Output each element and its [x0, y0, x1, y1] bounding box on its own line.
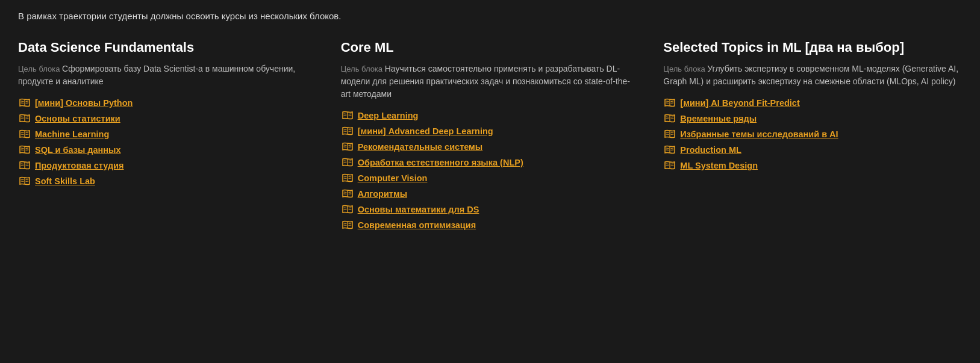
list-item: Deep Learning: [341, 110, 640, 121]
book-icon: [341, 204, 354, 215]
course-link-ml-system-design[interactable]: ML System Design: [680, 161, 758, 170]
course-link-modern-opt[interactable]: Современная оптимизация: [358, 220, 476, 230]
book-icon: [341, 188, 354, 199]
book-icon: [341, 126, 354, 137]
list-item: Computer Vision: [341, 173, 640, 184]
block-goal-core-ml: Цель блока Научиться самостоятельно прим…: [341, 63, 640, 101]
book-icon: [663, 160, 676, 171]
list-item: Алгоритмы: [341, 188, 640, 199]
book-icon: [341, 157, 354, 168]
list-item: Основы математики для DS: [341, 204, 640, 215]
goal-text-selected-topics: Углубить экспертизу в современном ML-мод…: [663, 64, 958, 86]
block-goal-selected-topics: Цель блока Углубить экспертизу в совреме…: [663, 63, 962, 88]
book-icon: [18, 113, 31, 124]
course-list-selected-topics: [мини] AI Beyond Fit-Predict Временные р…: [663, 98, 962, 171]
goal-text-core-ml: Научиться самостоятельно применять и раз…: [341, 64, 630, 99]
block-column-core-ml: Core MLЦель блока Научиться самостоятель…: [341, 39, 640, 231]
list-item: [мини] AI Beyond Fit-Predict: [663, 98, 962, 108]
book-icon: [663, 113, 676, 124]
list-item: Современная оптимизация: [341, 220, 640, 231]
course-link-production-ml[interactable]: Production ML: [680, 145, 741, 155]
book-icon: [663, 98, 676, 108]
book-icon: [341, 110, 354, 121]
course-link-mini-adl[interactable]: [мини] Advanced Deep Learning: [358, 126, 493, 136]
course-link-deep-learning[interactable]: Deep Learning: [358, 111, 419, 120]
book-icon: [18, 98, 31, 108]
book-icon: [18, 144, 31, 155]
list-item: Рекомендательные системы: [341, 141, 640, 152]
block-goal-data-science-fundamentals: Цель блока Сформировать базу Data Scient…: [18, 63, 317, 88]
course-link-sql[interactable]: SQL и базы данных: [35, 145, 121, 155]
block-column-data-science-fundamentals: Data Science FundamentalsЦель блока Сфор…: [18, 39, 317, 187]
list-item: Production ML: [663, 144, 962, 155]
list-item: [мини] Основы Python: [18, 98, 317, 108]
block-title-data-science-fundamentals: Data Science Fundamentals: [18, 39, 317, 57]
course-link-soft-skills[interactable]: Soft Skills Lab: [35, 176, 95, 186]
main-columns: Data Science FundamentalsЦель блока Сфор…: [18, 39, 962, 231]
book-icon: [341, 141, 354, 152]
book-icon: [18, 176, 31, 187]
list-item: Основы статистики: [18, 113, 317, 124]
list-item: SQL и базы данных: [18, 144, 317, 155]
list-item: Обработка естественного языка (NLP): [341, 157, 640, 168]
list-item: [мини] Advanced Deep Learning: [341, 126, 640, 137]
course-link-nlp[interactable]: Обработка естественного языка (NLP): [358, 158, 523, 167]
course-link-cv[interactable]: Computer Vision: [358, 173, 428, 183]
page-description: В рамках траектории студенты должны осво…: [18, 11, 962, 21]
course-link-mini-python[interactable]: [мини] Основы Python: [35, 98, 133, 108]
course-list-data-science-fundamentals: [мини] Основы Python Основы статистики M…: [18, 98, 317, 187]
course-link-recsys[interactable]: Рекомендательные системы: [358, 142, 483, 152]
course-link-mini-ai-beyond[interactable]: [мини] AI Beyond Fit-Predict: [680, 98, 799, 108]
list-item: Soft Skills Lab: [18, 176, 317, 187]
goal-label-data-science-fundamentals: Цель блока: [18, 64, 62, 73]
course-link-research-topics[interactable]: Избранные темы исследований в AI: [680, 129, 838, 139]
goal-label-core-ml: Цель блока: [341, 64, 385, 73]
goal-label-selected-topics: Цель блока: [663, 64, 707, 73]
book-icon: [663, 129, 676, 140]
course-list-core-ml: Deep Learning [мини] Advanced Deep Learn…: [341, 110, 640, 231]
block-title-selected-topics: Selected Topics in ML [два на выбор]: [663, 39, 962, 57]
course-link-algorithms[interactable]: Алгоритмы: [358, 189, 407, 199]
block-column-selected-topics: Selected Topics in ML [два на выбор]Цель…: [663, 39, 962, 171]
block-title-core-ml: Core ML: [341, 39, 640, 57]
book-icon: [341, 173, 354, 184]
course-link-ml[interactable]: Machine Learning: [35, 129, 109, 139]
list-item: Machine Learning: [18, 129, 317, 140]
list-item: Избранные темы исследований в AI: [663, 129, 962, 140]
book-icon: [18, 160, 31, 171]
list-item: Временные ряды: [663, 113, 962, 124]
course-link-timeseries[interactable]: Временные ряды: [680, 114, 757, 123]
course-link-product[interactable]: Продуктовая студия: [35, 161, 124, 170]
course-link-math-ds[interactable]: Основы математики для DS: [358, 205, 479, 214]
course-link-stats[interactable]: Основы статистики: [35, 114, 120, 123]
list-item: Продуктовая студия: [18, 160, 317, 171]
book-icon: [663, 144, 676, 155]
list-item: ML System Design: [663, 160, 962, 171]
book-icon: [18, 129, 31, 140]
book-icon: [341, 220, 354, 231]
